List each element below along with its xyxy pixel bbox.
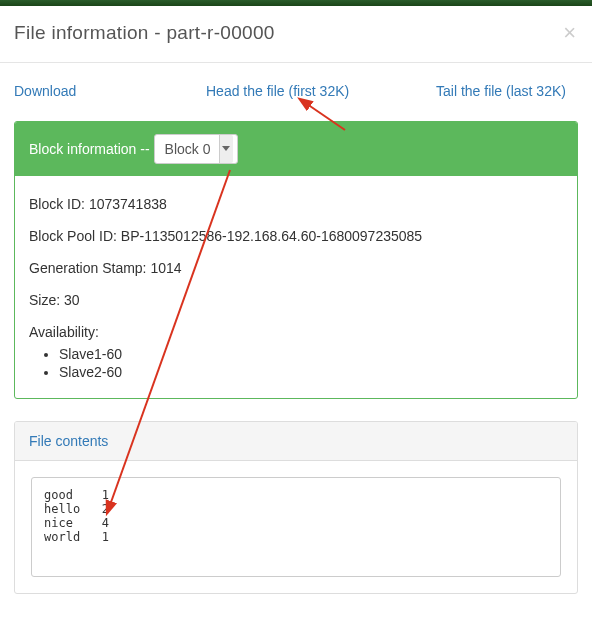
size-label: Size:: [29, 292, 64, 308]
block-id-label: Block ID:: [29, 196, 89, 212]
block-pool-row: Block Pool ID: BP-1135012586-192.168.64.…: [29, 228, 563, 244]
modal-title: File information - part-r-00000: [14, 22, 275, 44]
size-value: 30: [64, 292, 80, 308]
close-icon[interactable]: ×: [563, 22, 576, 44]
download-link[interactable]: Download: [14, 83, 76, 99]
file-contents-panel: File contents good 1 hello 2 nice 4 worl…: [14, 421, 578, 594]
block-info-body: Block ID: 1073741838 Block Pool ID: BP-1…: [15, 176, 577, 398]
availability-row: Availability:: [29, 324, 563, 340]
file-contents-body: good 1 hello 2 nice 4 world 1: [15, 461, 577, 593]
block-select[interactable]: Block 0: [154, 134, 238, 164]
file-contents-heading: File contents: [15, 422, 577, 461]
availability-list: Slave1-60 Slave2-60: [59, 346, 563, 380]
block-pool-value: BP-1135012586-192.168.64.60-168009723508…: [121, 228, 422, 244]
block-info-panel: Block information -- Block 0 Block ID: 1…: [14, 121, 578, 399]
availability-item: Slave1-60: [59, 346, 563, 362]
modal-header: File information - part-r-00000 ×: [0, 6, 592, 63]
availability-item: Slave2-60: [59, 364, 563, 380]
block-id-value: 1073741838: [89, 196, 167, 212]
block-select-value: Block 0: [165, 141, 211, 157]
actions-row: Download Head the file (first 32K) Tail …: [0, 63, 592, 121]
gen-stamp-row: Generation Stamp: 1014: [29, 260, 563, 276]
availability-label: Availability:: [29, 324, 99, 340]
block-id-row: Block ID: 1073741838: [29, 196, 563, 212]
gen-stamp-value: 1014: [150, 260, 181, 276]
block-pool-label: Block Pool ID:: [29, 228, 121, 244]
chevron-down-icon: [219, 135, 233, 163]
block-info-header: Block information -- Block 0: [15, 122, 577, 176]
tail-file-link[interactable]: Tail the file (last 32K): [436, 83, 566, 99]
head-file-link[interactable]: Head the file (first 32K): [206, 83, 349, 99]
block-info-heading-text: Block information --: [29, 141, 150, 157]
size-row: Size: 30: [29, 292, 563, 308]
gen-stamp-label: Generation Stamp:: [29, 260, 150, 276]
file-contents-pre: good 1 hello 2 nice 4 world 1: [31, 477, 561, 577]
